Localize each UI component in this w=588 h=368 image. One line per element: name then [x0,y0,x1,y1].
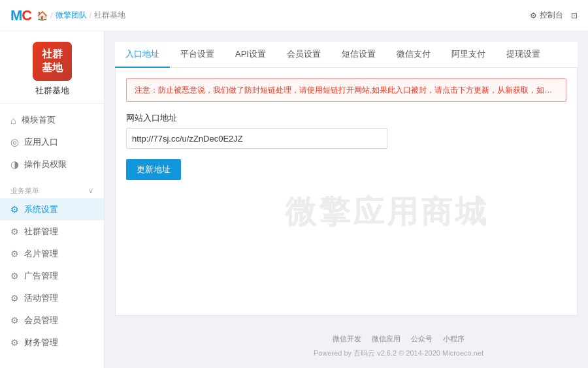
breadcrumb-team[interactable]: 微擎团队 [56,10,87,21]
tab-api[interactable]: API设置 [225,42,276,68]
tabs: 入口地址 平台设置 API设置 会员设置 短信设置 微信支付 阿里支付 提现设置 [115,42,578,68]
sidebar-member-label: 会员管理 [24,314,58,326]
sidebar: 社群 基地 社群基地 ⌂ 模块首页 ◎ 应用入口 ◑ 操作员权限 业务菜单 ∨ [0,31,105,368]
sidebar-item-finance[interactable]: ⚙ 财务管理 [0,331,104,354]
logo: MC [10,7,31,24]
card-menu-icon: ⚙ [10,249,19,259]
tab-sms[interactable]: 短信设置 [331,42,386,68]
sidebar-card-label: 名片管理 [24,248,58,260]
sidebar-community-label: 社群管理 [24,226,58,238]
header: MC 🏠 / 微擎团队 / 社群基地 ⚙ 控制台 ⊡ [0,0,588,31]
tab-withdraw[interactable]: 提现设置 [496,42,551,68]
sidebar-brand: 社群 基地 社群基地 [0,31,104,104]
sidebar-item-card[interactable]: ⚙ 名片管理 [0,243,104,265]
layout: 社群 基地 社群基地 ⌂ 模块首页 ◎ 应用入口 ◑ 操作员权限 业务菜单 ∨ [0,31,588,368]
brand-name: 社群基地 [35,85,69,97]
sidebar-system-label: 系统设置 [24,204,58,215]
brand-icon: 社群 基地 [33,42,72,81]
sidebar-activity-label: 活动管理 [24,292,58,304]
footer-powered: Powered by 百码云 v2.6.2 © 2014-2020 Microe… [209,347,588,360]
activity-menu-icon: ⚙ [10,293,19,303]
footer: 微信开发 微信应用 公众号 小程序 Powered by 百码云 v2.6.2 … [209,333,588,360]
member-menu-icon: ⚙ [10,315,19,326]
operator-nav-icon: ◑ [10,159,19,170]
tab-wechat-pay[interactable]: 微信支付 [386,42,441,68]
home-icon[interactable]: 🏠 [37,10,48,21]
breadcrumb-current: 社群基地 [94,10,125,21]
url-input[interactable] [126,128,387,149]
breadcrumb-sep2: / [90,11,91,20]
warning-text: 注意：防止被恶意说，我们做了防封短链处理，请使用短链打开网站,如果此入口被封，请… [135,85,566,95]
sidebar-ad-label: 广告管理 [24,270,58,282]
footer-links: 微信开发 微信应用 公众号 小程序 [209,333,588,346]
control-panel-label: 控制台 [540,10,563,21]
section-label-text: 业务菜单 [10,186,39,196]
breadcrumb-sep1: / [50,11,52,20]
sidebar-nav: ⌂ 模块首页 ◎ 应用入口 ◑ 操作员权限 [0,104,104,181]
finance-menu-icon: ⚙ [10,337,19,348]
form-group-url: 网站入口地址 [126,112,566,149]
sidebar-operator-label: 操作员权限 [24,159,67,170]
sidebar-item-system[interactable]: ⚙ 系统设置 [0,198,104,221]
sidebar-item-operator[interactable]: ◑ 操作员权限 [0,153,104,176]
section-collapse-icon[interactable]: ∨ [88,187,93,195]
tab-platform[interactable]: 平台设置 [170,42,225,68]
form-label-url: 网站入口地址 [126,112,566,124]
footer-link-miniapp[interactable]: 小程序 [443,333,465,346]
sidebar-section-label: 业务菜单 ∨ [0,181,104,198]
home-nav-icon: ⌂ [10,115,16,126]
sidebar-entry-label: 应用入口 [24,136,58,148]
update-url-button[interactable]: 更新地址 [126,159,181,180]
footer-link-wechat-app[interactable]: 微信应用 [372,333,400,346]
sidebar-item-entry[interactable]: ◎ 应用入口 [0,131,104,153]
sidebar-item-community[interactable]: ⚙ 社群管理 [0,221,104,243]
control-panel-link[interactable]: ⚙ 控制台 [530,10,563,21]
system-menu-icon: ⚙ [10,204,19,215]
community-menu-icon: ⚙ [10,226,19,237]
header-right: ⚙ 控制台 ⊡ [530,10,578,21]
ad-menu-icon: ⚙ [10,271,19,281]
control-panel-icon: ⚙ [530,11,537,20]
tab-entry-url[interactable]: 入口地址 [115,42,170,68]
sidebar-item-home[interactable]: ⌂ 模块首页 [0,109,104,131]
window-control-icon[interactable]: ⊡ [571,11,578,20]
content-panel: 注意：防止被恶意说，我们做了防封短链处理，请使用短链打开网站,如果此入口被封，请… [115,68,578,316]
warning-bar: 注意：防止被恶意说，我们做了防封短链处理，请使用短链打开网站,如果此入口被封，请… [126,78,566,102]
sidebar-item-ad[interactable]: ⚙ 广告管理 [0,265,104,287]
footer-link-public[interactable]: 公众号 [411,333,433,346]
entry-nav-icon: ◎ [10,136,19,148]
tab-member[interactable]: 会员设置 [276,42,331,68]
breadcrumb: 🏠 / 微擎团队 / 社群基地 [37,10,125,21]
tab-alipay[interactable]: 阿里支付 [441,42,496,68]
main-content: 入口地址 平台设置 API设置 会员设置 短信设置 微信支付 阿里支付 提现设置… [105,31,588,368]
footer-link-wechat-dev[interactable]: 微信开发 [333,333,361,346]
sidebar-item-activity[interactable]: ⚙ 活动管理 [0,287,104,309]
sidebar-item-member[interactable]: ⚙ 会员管理 [0,309,104,331]
header-left: MC 🏠 / 微擎团队 / 社群基地 [10,7,125,24]
sidebar-home-label: 模块首页 [22,114,56,126]
sidebar-finance-label: 财务管理 [24,337,58,348]
